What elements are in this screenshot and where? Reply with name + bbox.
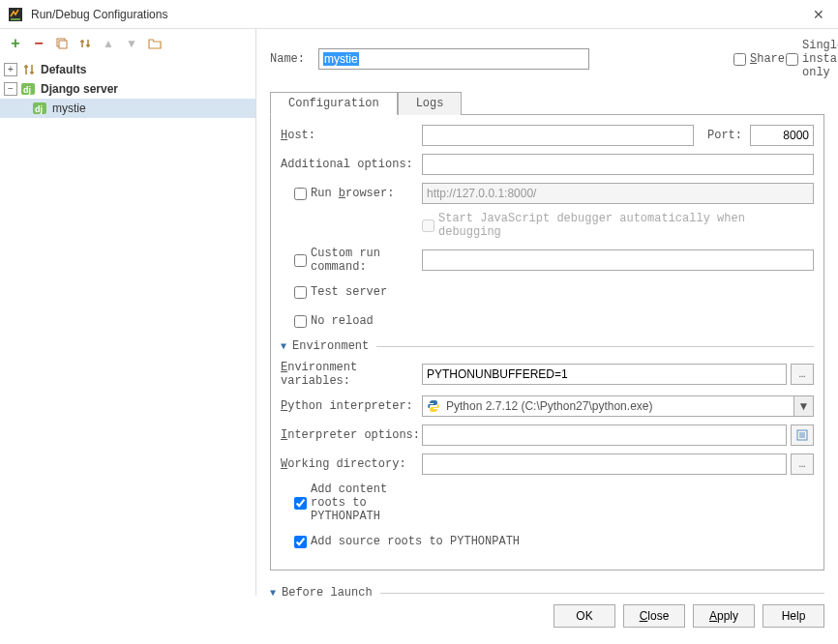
add-config-button[interactable]: + [6,34,25,53]
config-body: Host: Port: Additional options: Run brow… [270,115,824,571]
share-checkbox[interactable]: Share [733,52,772,66]
name-label: Name: [270,52,309,66]
left-toolbar: + − ▲ ▼ [0,29,255,58]
tab-configuration[interactable]: Configuration [270,92,398,115]
env-vars-browse-button[interactable]: … [791,364,814,385]
single-instance-checkbox[interactable]: Single instance only [786,39,824,79]
config-tree: + Defaults − dj Django server dj mystie [0,58,255,596]
tabs: Configuration Logs [270,91,824,115]
add-content-check[interactable]: Add content roots to PYTHONPATH [281,483,422,523]
additional-label: Additional options: [281,158,422,171]
right-panel: Name: mystie Share Single instance only … [256,29,838,596]
env-vars-input[interactable] [422,364,787,385]
dialog-footer: OK Close Apply Help [0,596,838,636]
settings-config-button[interactable] [75,34,95,53]
interp-opts-label: Interpreter options: [281,428,422,442]
remove-config-button[interactable]: − [29,34,48,53]
chevron-down-icon: ▼ [793,396,813,416]
move-down-button[interactable]: ▼ [122,34,141,53]
interp-opts-input[interactable] [422,424,787,446]
titlebar: Run/Debug Configurations ✕ [0,0,838,29]
tree-label: Defaults [41,63,86,76]
name-input[interactable]: mystie [318,48,589,70]
tree-defaults[interactable]: + Defaults [0,60,255,79]
workdir-browse-button[interactable]: … [791,454,814,475]
interpreter-select[interactable]: Python 2.7.12 (C:\Python27\python.exe) ▼ [422,395,814,417]
collapse-triangle-icon: ▼ [281,341,286,352]
python-icon [427,399,440,413]
start-js-checkbox: Start JavaScript debugger automatically … [422,212,814,239]
apply-button[interactable]: Apply [693,604,755,628]
workdir-label: Working directory: [281,457,422,471]
custom-cmd-input[interactable] [422,249,814,271]
env-vars-label: Environment variables: [281,361,422,388]
window-close-button[interactable]: ✕ [807,7,830,22]
custom-cmd-check[interactable]: Custom run command: [281,247,422,274]
tree-django-server[interactable]: − dj Django server [0,79,255,99]
tree-mystie[interactable]: dj mystie [0,99,255,118]
expand-icon[interactable]: + [4,63,17,76]
settings-icon [21,62,37,77]
add-source-check[interactable]: Add source roots to PYTHONPATH [281,535,520,548]
port-label: Port: [707,129,742,142]
svg-text:dj: dj [23,85,31,95]
app-logo-icon [8,7,23,22]
tab-logs[interactable]: Logs [398,92,463,115]
additional-input[interactable] [422,154,814,175]
collapse-icon[interactable]: − [4,82,17,96]
host-input[interactable] [422,125,694,146]
interp-opts-expand-button[interactable] [791,424,814,446]
tree-label: mystie [52,102,86,115]
svg-text:dj: dj [35,104,43,114]
test-server-check[interactable]: Test server [281,285,422,299]
collapse-triangle-icon: ▼ [270,588,276,597]
close-button[interactable]: Close [623,604,685,628]
left-panel: + − ▲ ▼ + Defaults − [0,29,256,596]
port-input[interactable] [750,125,814,146]
move-up-button[interactable]: ▲ [99,34,118,53]
workdir-input[interactable] [422,454,787,475]
no-reload-check[interactable]: No reload [281,314,422,328]
window-title: Run/Debug Configurations [31,8,807,21]
copy-config-button[interactable] [52,34,72,53]
folder-button[interactable] [145,34,165,53]
django-icon: dj [21,81,37,97]
run-browser-input [422,183,814,204]
env-section-header[interactable]: ▼ Environment [281,339,814,353]
run-browser-check[interactable]: Run browser: [281,187,422,200]
django-icon: dj [33,101,48,116]
help-button[interactable]: Help [763,604,824,628]
tree-label: Django server [41,82,118,96]
before-launch-header[interactable]: ▼ Before launch [270,586,824,596]
svg-rect-2 [59,41,67,48]
host-label: Host: [281,129,422,142]
ok-button[interactable]: OK [554,604,615,628]
interpreter-label: Python interpreter: [281,399,422,413]
